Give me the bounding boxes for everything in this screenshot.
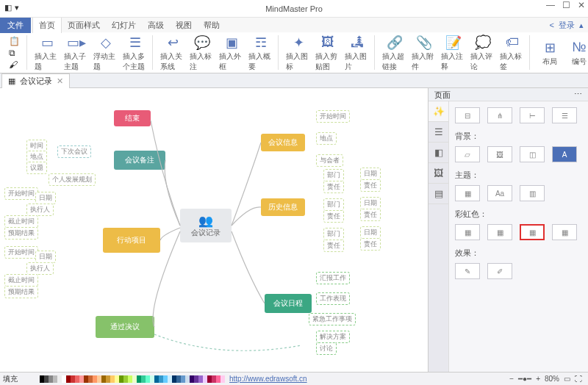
ribbon: 📋 ⧉ 🖌 ▭插入主题 ▭▸插入子主题 ◇浮动主题 ☰插入多个主题 ↩插入关系线… xyxy=(0,32,588,73)
color-palette[interactable] xyxy=(40,375,225,383)
paste-icon[interactable]: 📋 xyxy=(9,36,22,46)
layout-thumb[interactable]: ⊟ xyxy=(455,107,480,123)
close-icon[interactable]: ✕ xyxy=(578,0,585,10)
insert-clipart-button[interactable]: 🖼插入剪贴图 xyxy=(315,34,340,72)
app-title: MindMaster Pro xyxy=(265,4,323,13)
url-link[interactable]: http://www.edrawsoft.cn xyxy=(229,375,307,383)
rainbow-thumb-selected[interactable]: ▦ xyxy=(520,224,545,240)
insert-multi-button[interactable]: ☰插入多个主题 xyxy=(123,34,148,72)
theme-label: 主题： xyxy=(455,170,582,181)
layout-button[interactable]: ⊞布局 xyxy=(537,39,562,67)
tab-help[interactable]: 帮助 xyxy=(198,18,226,33)
format-painter-icon[interactable]: 🖌 xyxy=(9,60,22,70)
fill-label: 填充 xyxy=(3,374,18,384)
connectors xyxy=(0,88,426,367)
theme-thumb[interactable]: ▦ xyxy=(455,185,480,201)
maximize-icon[interactable]: ☐ xyxy=(562,0,570,10)
sidetab-icons[interactable]: ◧ xyxy=(429,143,448,163)
tab-home[interactable]: 首页 xyxy=(32,17,62,33)
app-icon: ◧ xyxy=(4,3,12,12)
insert-hyperlink-button[interactable]: 🔗插入超链接 xyxy=(382,34,407,72)
sidetab-outline[interactable]: ☰ xyxy=(429,122,448,143)
zoom-out-icon[interactable]: − xyxy=(509,375,514,383)
insert-tag-button[interactable]: 🏷插入标签 xyxy=(500,34,525,72)
insert-note-button[interactable]: 📝插入注释 xyxy=(441,34,466,72)
login-link[interactable]: 登录 xyxy=(559,20,575,31)
fullscreen-icon[interactable]: ⛶ xyxy=(575,375,582,383)
bg-thumb[interactable]: ▱ xyxy=(455,146,480,162)
effect-thumb[interactable]: ✐ xyxy=(487,263,512,279)
layout-thumb[interactable]: ☰ xyxy=(552,107,577,123)
ribbon-tabs: 文件 首页 页面样式 幻灯片 高级 视图 帮助 < 登录 ▴ xyxy=(0,18,588,32)
collapse-ribbon-icon[interactable]: ▴ xyxy=(579,21,584,30)
insert-attachment-button[interactable]: 📎插入附件 xyxy=(412,34,437,72)
bg-thumb[interactable]: 🖼 xyxy=(487,146,512,162)
side-panel: 页面⋯ ✨ ☰ ◧ 🖼 ▤ ⊟ ⋔ ⊢ ☰ 背景： ▱ 🖼 xyxy=(428,88,588,372)
doc-name: 会议记录 xyxy=(20,76,52,87)
minimize-icon[interactable]: — xyxy=(546,0,555,10)
bg-thumb[interactable]: A xyxy=(552,146,577,162)
fit-icon[interactable]: ▭ xyxy=(564,375,570,383)
file-menu[interactable]: 文件 xyxy=(0,18,31,33)
layout-thumb[interactable]: ⊢ xyxy=(520,107,545,123)
close-tab-icon[interactable]: ✕ xyxy=(57,76,63,86)
tab-advanced[interactable]: 高级 xyxy=(142,18,170,33)
doc-icon: ▦ xyxy=(8,76,15,86)
numbering-button[interactable]: №编号 xyxy=(567,39,588,67)
rainbow-thumb[interactable]: ▦ xyxy=(455,224,480,240)
zoom-in-icon[interactable]: + xyxy=(536,375,540,383)
panel-menu-icon[interactable]: ⋯ xyxy=(574,90,582,99)
tab-view[interactable]: 视图 xyxy=(170,18,198,33)
theme-thumb[interactable]: ▥ xyxy=(520,185,545,201)
status-bar: 填充 http://www.edrawsoft.cn − ━●━ + 80% ▭… xyxy=(0,372,588,385)
sidetab-style[interactable]: ✨ xyxy=(429,101,448,122)
insert-summary-button[interactable]: ☶插入概要 xyxy=(248,34,273,72)
theme-thumb[interactable]: Aa xyxy=(487,185,512,201)
share-icon[interactable]: < xyxy=(550,21,554,29)
insert-image-button[interactable]: 🏞插入图片 xyxy=(345,34,370,72)
floating-topic-button[interactable]: ◇浮动主题 xyxy=(93,34,118,72)
rainbow-label: 彩虹色： xyxy=(455,209,582,220)
sidetab-task[interactable]: ▤ xyxy=(429,184,448,204)
insert-comment-button[interactable]: 💭插入评论 xyxy=(470,34,495,72)
zoom-value: 80% xyxy=(545,375,559,383)
rainbow-thumb[interactable]: ▦ xyxy=(552,224,577,240)
bg-thumb[interactable]: ◫ xyxy=(520,146,545,162)
sidetab-clipart[interactable]: 🖼 xyxy=(429,163,448,184)
document-tabs: ▦ 会议记录 ✕ xyxy=(0,73,588,88)
panel-title: 页面 xyxy=(434,90,451,99)
bg-label: 背景： xyxy=(455,131,582,142)
qat-icon[interactable]: ▾ xyxy=(15,3,19,12)
insert-icon-button[interactable]: ✦插入图标 xyxy=(286,34,311,72)
effect-thumb[interactable]: ✎ xyxy=(455,263,480,279)
rainbow-thumb[interactable]: ▦ xyxy=(487,224,512,240)
layout-thumb[interactable]: ⋔ xyxy=(487,107,512,123)
tab-pagestyle[interactable]: 页面样式 xyxy=(62,18,106,33)
insert-relation-button[interactable]: ↩插入关系线 xyxy=(160,34,185,72)
zoom-slider[interactable]: ━●━ xyxy=(518,375,531,383)
copy-icon[interactable]: ⧉ xyxy=(9,48,22,58)
canvas[interactable]: 👥会议记录 结束 会议备注 行动项目 通过决议 会议信息 历史信息 会议日程 时… xyxy=(0,88,428,372)
insert-topic-button[interactable]: ▭插入主题 xyxy=(35,34,60,72)
insert-callout-button[interactable]: 💬插入标注 xyxy=(190,34,215,72)
effect-label: 效果： xyxy=(455,248,582,259)
insert-boundary-button[interactable]: ▣插入外框 xyxy=(219,34,244,72)
insert-subtopic-button[interactable]: ▭▸插入子主题 xyxy=(64,34,89,72)
doc-tab[interactable]: ▦ 会议记录 ✕ xyxy=(1,73,70,88)
tab-slides[interactable]: 幻灯片 xyxy=(106,18,142,33)
